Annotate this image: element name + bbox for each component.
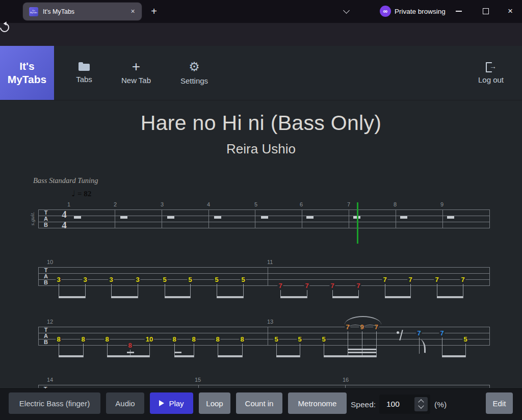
tab-clef-letter: B [43, 280, 49, 285]
staff-line [38, 285, 489, 286]
barline [302, 209, 302, 228]
staff-line [38, 327, 489, 327]
note-fret: 8 [127, 342, 133, 349]
edit-button[interactable]: Edit [486, 392, 513, 414]
tab-clef-letter: A [43, 333, 49, 339]
note-stem [138, 284, 138, 298]
note-fret: 5 [321, 335, 326, 343]
beam [437, 296, 463, 298]
measure-number: 15 [195, 377, 205, 383]
measure-number: 7 [347, 201, 357, 207]
whole-rest [74, 216, 81, 219]
tab-clef-letter: T [43, 210, 49, 216]
barline [162, 209, 162, 228]
note-fret: 8 [239, 335, 245, 343]
beam [174, 352, 181, 353]
tab-clef-letter: B [43, 339, 49, 345]
tab-clef-letter: T [43, 327, 49, 333]
whole-rest [400, 216, 407, 219]
note-fret: 8 [171, 335, 177, 343]
note-fret: 7 [416, 329, 422, 337]
whole-rest [447, 216, 454, 219]
beam [332, 296, 358, 298]
staff-line [38, 267, 489, 268]
barline [268, 327, 268, 346]
measure-number: 16 [343, 377, 353, 383]
audio-button[interactable]: Audio [106, 392, 144, 414]
note-stem [85, 284, 86, 298]
play-triangle-icon [159, 400, 164, 406]
note-fret: 5 [162, 276, 167, 283]
beam [442, 355, 465, 357]
note-stem [463, 284, 463, 298]
note-fret: 7 [434, 276, 439, 283]
note-stem [442, 337, 442, 357]
measure-number: 10 [47, 259, 57, 265]
playback-cursor [357, 202, 358, 244]
measure-number: 3 [161, 201, 171, 207]
whole-rest [167, 216, 174, 219]
note-stem [410, 284, 411, 298]
speed-label: Speed: [351, 400, 376, 409]
percent-label: (%) [434, 400, 447, 409]
note-stem [465, 344, 466, 357]
note-stem [83, 344, 84, 357]
note-stem [376, 331, 377, 357]
metronome-button[interactable]: Metronome [288, 392, 347, 414]
note-fret: 10 [145, 335, 154, 343]
barline [255, 209, 255, 228]
measure-number: 5 [254, 201, 265, 207]
tab-notation-canvas[interactable]: 123456789TAB44s.guit.1011TAB333355557777… [0, 0, 522, 420]
whole-rest [120, 216, 127, 219]
staff-line [38, 228, 489, 228]
beam [280, 296, 307, 298]
tab-clef-letter: A [43, 216, 49, 222]
staff-line [38, 279, 489, 280]
note-stem [190, 284, 191, 298]
barline [349, 209, 349, 228]
note-stem [243, 284, 244, 298]
note-fret: 5 [187, 276, 193, 283]
note-fret: 7 [382, 276, 387, 283]
barline [489, 385, 490, 388]
loop-button[interactable]: Loop [199, 392, 230, 414]
speed-input[interactable]: 100 [379, 395, 430, 414]
measure-number: 4 [207, 201, 217, 207]
tab-clef-letter: T [43, 268, 49, 273]
note-fret: 5 [214, 276, 219, 283]
barline [115, 209, 115, 228]
note-fret: 3 [82, 276, 88, 283]
speed-stepper[interactable] [414, 397, 428, 411]
eighth-flag [420, 339, 426, 353]
measure-number: 11 [267, 259, 277, 265]
beam [127, 352, 134, 353]
stepper-down-icon[interactable] [418, 403, 424, 408]
note-fret: 7 [304, 282, 309, 290]
beam [165, 296, 190, 298]
play-button[interactable]: Play [150, 392, 193, 414]
measure-number: 6 [300, 201, 310, 207]
note-fret: 8 [80, 335, 86, 343]
note-fret: 7 [460, 276, 465, 283]
note-fret: 7 [407, 276, 413, 283]
note-stem [348, 331, 348, 357]
slur-arc [345, 316, 381, 325]
instrument-button[interactable]: Electric Bass (finger) [9, 392, 100, 414]
measure-number: 9 [440, 201, 451, 207]
note-fret: 5 [297, 335, 302, 343]
whole-rest [261, 216, 268, 219]
beam [111, 296, 138, 298]
barline [38, 385, 39, 388]
count-in-button[interactable]: Count in [236, 392, 282, 414]
note-fret: 8 [191, 335, 196, 343]
measure-number: 2 [114, 201, 124, 207]
note-fret: 7 [355, 282, 361, 290]
note-stem [358, 290, 359, 298]
time-signature-digit: 4 [60, 221, 69, 229]
beam [385, 296, 410, 298]
speed-value: 100 [386, 400, 400, 409]
staff-line [38, 385, 489, 385]
play-label: Play [169, 399, 184, 408]
time-signature-digit: 4 [60, 211, 69, 219]
barline [489, 267, 490, 286]
